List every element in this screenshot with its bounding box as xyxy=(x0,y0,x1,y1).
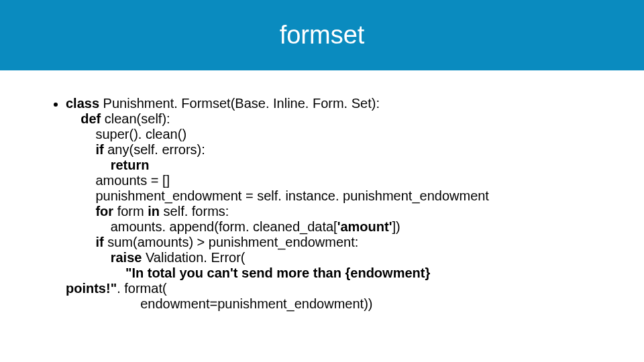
kw-for: for xyxy=(66,204,117,219)
slide: formset class Punishment. Formset(Base. … xyxy=(0,0,644,362)
kw-if: if xyxy=(66,142,107,157)
title-bar: formset xyxy=(0,0,644,70)
str-literal: points!" xyxy=(66,281,117,296)
code-text: amounts. append(form. cleaned_data[ xyxy=(66,219,337,234)
slide-title: formset xyxy=(280,21,365,50)
code-text: Punishment. Formset(Base. Inline. Form. … xyxy=(103,96,380,111)
bullet-item: class Punishment. Formset(Base. Inline. … xyxy=(54,96,631,312)
code-text: clean(self): xyxy=(105,111,170,126)
kw-in: in xyxy=(148,204,163,219)
code-text: any(self. errors): xyxy=(107,142,205,157)
code-text: sum(amounts) > punishment_endowment: xyxy=(107,235,358,249)
bullet-dot-icon xyxy=(54,103,58,107)
code-text: . format( xyxy=(117,281,166,296)
slide-content: class Punishment. Formset(Base. Inline. … xyxy=(0,70,644,325)
code-block: class Punishment. Formset(Base. Inline. … xyxy=(66,96,489,312)
code-text: form xyxy=(117,204,148,219)
str-literal: 'amount' xyxy=(337,219,392,234)
code-text: punishment_endowment = self. instance. p… xyxy=(66,188,489,203)
kw-def: def xyxy=(66,111,105,126)
code-text: amounts = [] xyxy=(66,173,170,188)
str-literal: "In total you can't send more than {endo… xyxy=(66,265,430,280)
code-text: ]) xyxy=(392,219,400,234)
code-text: super(). clean() xyxy=(66,127,186,141)
kw-class: class xyxy=(66,96,103,111)
code-text: endowment=punishment_endowment)) xyxy=(66,296,372,311)
kw-raise: raise xyxy=(66,250,146,265)
code-text: self. forms: xyxy=(164,204,229,219)
kw-return: return xyxy=(66,158,149,172)
kw-if: if xyxy=(66,235,107,249)
code-text: Validation. Error( xyxy=(146,250,246,265)
